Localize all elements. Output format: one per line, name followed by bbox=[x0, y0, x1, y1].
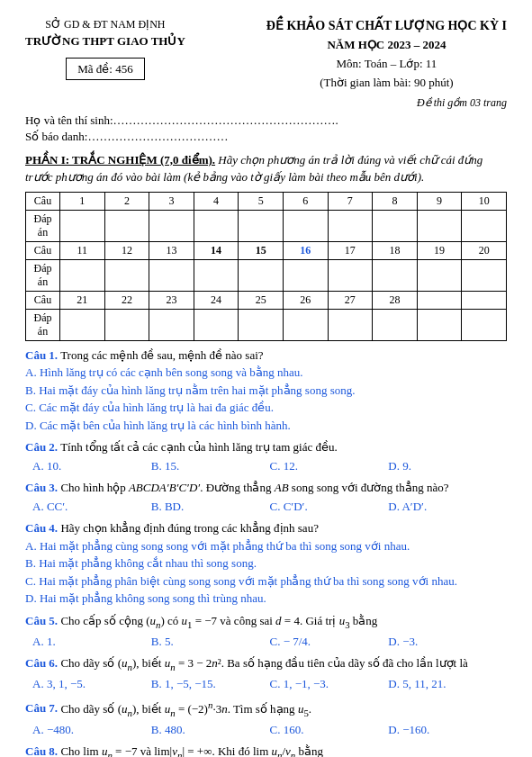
q7-label: Câu 7. bbox=[25, 702, 58, 716]
subject-grade: Môn: Toán – Lớp: 11 bbox=[266, 55, 507, 74]
q8-label: Câu 8. bbox=[25, 744, 58, 757]
q4-optA: A. Hai mặt phẳng cùng song song với mặt … bbox=[25, 537, 507, 555]
table-cell: 12 bbox=[104, 241, 149, 259]
table-cell bbox=[194, 259, 239, 291]
table-cell bbox=[60, 259, 105, 291]
de-thi-gom: Đề thi gồm 03 trang bbox=[25, 96, 507, 110]
q3-optD: D. A′D′. bbox=[388, 498, 507, 516]
table-cell bbox=[417, 309, 462, 340]
table-cell: Đáp án bbox=[26, 309, 60, 340]
table-cell bbox=[239, 309, 284, 340]
q5-optC: C. − 7/4. bbox=[270, 633, 389, 651]
table-cell bbox=[104, 309, 149, 340]
table-cell: 1 bbox=[60, 192, 105, 210]
table-cell: 7 bbox=[328, 192, 373, 210]
q3-label: Câu 3. bbox=[25, 481, 58, 494]
table-row-1: Câu 1 2 3 4 5 6 7 8 9 10 bbox=[26, 192, 507, 210]
school-name: TRƯỜNG THPT GIAO THỦY bbox=[25, 32, 185, 50]
exam-title: ĐỀ KHẢO SÁT CHẤT LƯỢNG HỌC KỲ I bbox=[266, 16, 507, 36]
table-cell: 22 bbox=[104, 291, 149, 309]
question-7-title: Câu 7. Cho dãy số (un), biết un = (−2)n·… bbox=[25, 697, 507, 719]
table-cell bbox=[373, 259, 418, 291]
table-cell: 19 bbox=[417, 241, 462, 259]
question-6-title: Câu 6. Cho dãy số (un), biết un = 3 − 2n… bbox=[25, 654, 507, 674]
department-line: SỞ GD & ĐT NAM ĐỊNH bbox=[25, 16, 185, 32]
table-cell bbox=[194, 309, 239, 340]
q7-options: A. −480. B. 480. C. 160. D. −160. bbox=[32, 721, 507, 739]
q1-optD: D. Các mặt bên của hình lăng trụ là các … bbox=[25, 417, 507, 435]
table-cell: 10 bbox=[462, 192, 507, 210]
table-cell: 3 bbox=[149, 192, 194, 210]
table-cell bbox=[373, 210, 418, 241]
school-year: NĂM HỌC 2023 – 2024 bbox=[266, 36, 507, 55]
table-row-3: Câu 11 12 13 14 15 16 17 18 19 20 bbox=[26, 241, 507, 259]
header-left: SỞ GD & ĐT NAM ĐỊNH TRƯỜNG THPT GIAO THỦ… bbox=[25, 16, 185, 80]
table-cell bbox=[239, 259, 284, 291]
table-cell bbox=[104, 210, 149, 241]
question-1-title: Câu 1. Trong các mệnh đề sau, mệnh đề nà… bbox=[25, 347, 507, 365]
table-row-6: Đáp án bbox=[26, 309, 507, 340]
q5-options: A. 1. B. 5. C. − 7/4. D. −3. bbox=[32, 633, 507, 651]
table-cell bbox=[328, 309, 373, 340]
table-cell: 9 bbox=[417, 192, 462, 210]
q3-optB: B. BD. bbox=[151, 498, 270, 516]
q1-options: A. Hình lăng trụ có các cạnh bên song so… bbox=[25, 364, 507, 434]
table-cell: 26 bbox=[283, 291, 328, 309]
q6-optD: D. 5, 11, 21. bbox=[388, 675, 507, 693]
q2-text: Tính tổng tất cả các cạnh của hình lăng … bbox=[60, 440, 338, 454]
table-cell: 21 bbox=[60, 291, 105, 309]
table-cell bbox=[462, 210, 507, 241]
table-cell bbox=[417, 259, 462, 291]
q3-text: Cho hình hộp ABCDA′B′C′D′. Đường thẳng A… bbox=[60, 481, 448, 494]
q3-options: A. CC′. B. BD. C. C′D′. D. A′D′. bbox=[32, 498, 507, 516]
table-cell: 24 bbox=[194, 291, 239, 309]
q7-optC: C. 160. bbox=[270, 721, 389, 739]
q5-optB: B. 5. bbox=[151, 633, 270, 651]
q2-optC: C. 12. bbox=[270, 457, 389, 475]
q2-optA: A. 10. bbox=[32, 457, 151, 475]
table-cell: 23 bbox=[149, 291, 194, 309]
table-cell: 13 bbox=[149, 241, 194, 259]
table-cell: 4 bbox=[194, 192, 239, 210]
answer-table: Câu 1 2 3 4 5 6 7 8 9 10 Đáp án Câu 11 1… bbox=[25, 192, 507, 341]
q2-options: A. 10. B. 15. C. 12. D. 9. bbox=[32, 457, 507, 475]
student-info: Họ và tên thí sinh:…………………………………………………. … bbox=[25, 113, 507, 144]
q5-optA: A. 1. bbox=[32, 633, 151, 651]
question-1: Câu 1. Trong các mệnh đề sau, mệnh đề nà… bbox=[25, 347, 507, 435]
q2-optB: B. 15. bbox=[151, 457, 270, 475]
q6-label: Câu 6. bbox=[25, 656, 58, 670]
q4-optB: B. Hai mặt phẳng không cắt nhau thì song… bbox=[25, 554, 507, 572]
q4-label: Câu 4. bbox=[25, 521, 58, 535]
q8-text: Cho lim un = −7 và lim|vn| = +∞. Khi đó … bbox=[60, 744, 323, 757]
question-3: Câu 3. Cho hình hộp ABCDA′B′C′D′. Đường … bbox=[25, 479, 507, 515]
table-cell: Đáp án bbox=[26, 259, 60, 291]
q5-text: Cho cấp số cộng (un) có u1 = −7 và công … bbox=[60, 614, 377, 627]
q4-optD: D. Hai mặt phẳng không song song thì trù… bbox=[25, 590, 507, 608]
question-8-title: Câu 8. Cho lim un = −7 và lim|vn| = +∞. … bbox=[25, 743, 507, 757]
question-2: Câu 2. Tính tổng tất cả các cạnh của hìn… bbox=[25, 438, 507, 474]
student-name-line: Họ và tên thí sinh:…………………………………………………. bbox=[25, 113, 507, 128]
q1-text: Trong các mệnh đề sau, mệnh đề nào sai? bbox=[60, 348, 263, 362]
table-cell: 20 bbox=[462, 241, 507, 259]
table-cell: 5 bbox=[239, 192, 284, 210]
q6-optA: A. 3, 1, −5. bbox=[32, 675, 151, 693]
q3-optC: C. C′D′. bbox=[270, 498, 389, 516]
duration: (Thời gian làm bài: 90 phút) bbox=[266, 74, 507, 93]
q7-optD: D. −160. bbox=[388, 721, 507, 739]
table-cell: 28 bbox=[373, 291, 418, 309]
table-cell bbox=[60, 210, 105, 241]
ma-de-value: 456 bbox=[115, 62, 133, 76]
table-cell bbox=[149, 309, 194, 340]
table-cell bbox=[462, 259, 507, 291]
student-sbd-line: Số báo danh:……………………………… bbox=[25, 130, 507, 144]
question-4: Câu 4. Hãy chọn khẳng định đúng trong cá… bbox=[25, 519, 507, 608]
question-5: Câu 5. Cho cấp số cộng (un) có u1 = −7 v… bbox=[25, 612, 507, 650]
table-cell: Đáp án bbox=[26, 210, 60, 241]
table-cell bbox=[417, 210, 462, 241]
table-cell bbox=[149, 210, 194, 241]
table-cell: 25 bbox=[239, 291, 284, 309]
question-2-title: Câu 2. Tính tổng tất cả các cạnh của hìn… bbox=[25, 438, 507, 456]
table-cell bbox=[149, 259, 194, 291]
q4-options: A. Hai mặt phẳng cùng song song với mặt … bbox=[25, 537, 507, 608]
table-cell: 18 bbox=[373, 241, 418, 259]
